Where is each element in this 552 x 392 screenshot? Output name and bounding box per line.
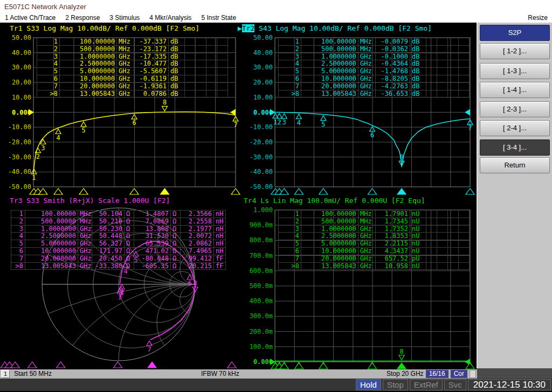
marker-table-cell: 10.000000 (301, 248, 358, 255)
marker-table-cell (448, 248, 459, 255)
softkey-3-4[interactable]: [ 3-4 ]... (480, 139, 550, 156)
marker-table-cell: GHz (117, 75, 134, 83)
ref-level-arrow-right (465, 109, 470, 116)
menu-bar: 1 Active Ch/Trace2 Response3 Stimulus4 M… (0, 13, 552, 23)
marker-table-cell: dB (410, 46, 426, 53)
resize-button[interactable]: Resize (528, 13, 548, 23)
tr3-header[interactable]: Tr3 S33 Smith (R+jX) Scale 1.000U [F2] (10, 196, 170, 205)
marker-table-cell (426, 75, 437, 83)
marker-table-cell: 1.7352 (376, 226, 410, 233)
marker-table-cell: -0.0079 (376, 38, 410, 46)
marker-table-cell: -0.4364 (376, 60, 410, 68)
marker-table-cell (459, 46, 470, 53)
svg-text:400.0m: 400.0m (250, 297, 273, 305)
marker-table-cell: dB (169, 75, 185, 83)
marker-table-cell: Ω (171, 218, 181, 226)
menu-item-4[interactable]: 4 Mkr/Analysis (149, 13, 191, 23)
svg-text:-10.00: -10.00 (8, 123, 31, 131)
marker-table-cell: 50.448 (92, 233, 125, 240)
stimulus-marker (466, 188, 474, 194)
stimulus-marker (319, 363, 328, 369)
marker-table-cell (437, 46, 448, 53)
stimulus-marker (113, 362, 122, 368)
marker-table-cell: -17.335 (134, 53, 169, 61)
marker-table-cell: GHz (358, 255, 376, 263)
marker-table-cell (426, 226, 437, 233)
softkey-1-2[interactable]: [ 1-2 ]... (480, 43, 550, 59)
svg-text:3: 3 (282, 118, 286, 126)
marker-table-cell (448, 75, 459, 83)
stimulus-marker (368, 363, 377, 369)
marker-table-cell (426, 233, 437, 240)
softkey-return[interactable]: Return (480, 157, 550, 173)
marker-table-cell: dB (169, 83, 185, 90)
softkey-1-4[interactable]: [ 1-4 ]... (480, 82, 550, 98)
vna-application: E5071C Network Analyzer 1 Active Ch/Trac… (0, 0, 552, 392)
svg-text:30.00: 30.00 (12, 64, 31, 71)
marker-table-cell: dB (410, 83, 426, 90)
marker-table-cell: dB (410, 53, 426, 61)
menu-item-1[interactable]: 1 Active Ch/Trace (5, 13, 56, 23)
svg-text:8: 8 (163, 99, 167, 106)
softkey-2-4[interactable]: [ 2-4 ]... (480, 120, 550, 136)
marker-table-cell: 2.3566 (181, 211, 214, 218)
marker-table-cell: Ω (171, 248, 181, 255)
marker-table-cell (196, 38, 206, 46)
marker-table-cell: 5 (37, 68, 60, 75)
marker-table-cell (459, 263, 470, 270)
tr4-header[interactable]: Tr4 Ls Lin Mag 100.0mU/ Ref 0.000U [F2 E… (244, 196, 425, 205)
marker-table-cell: Ω (125, 255, 134, 263)
marker-table-cell (206, 60, 217, 68)
marker-table-cell (217, 60, 228, 68)
marker-table-cell (437, 90, 448, 98)
svg-text:700.0m: 700.0m (250, 252, 273, 260)
marker-table-cell: 1.4807 (134, 211, 171, 218)
svg-text:-50.00: -50.00 (250, 183, 273, 191)
svg-text:2: 2 (36, 153, 40, 160)
marker-table-cell: GHz (78, 248, 92, 255)
marker-table-cell (426, 248, 437, 255)
marker-table-cell: 1 (279, 38, 301, 46)
marker-table-cell: GHz (117, 68, 134, 75)
marker-table-cell (448, 60, 459, 68)
marker-table-cell: 5.0000000 (301, 68, 358, 75)
marker-table-cell: >8 (37, 90, 60, 98)
marker-table-cell: Ω (171, 226, 181, 233)
tr2-header[interactable]: ▶Tr2 S43 Log Mag 10.00dB/ Ref 0.000dB [F… (238, 24, 432, 33)
marker-table-cell (196, 46, 206, 53)
menu-item-5[interactable]: 5 Instr State (201, 13, 236, 23)
marker-table-cell: 171.97 (92, 248, 125, 255)
svg-text:-40.00: -40.00 (8, 168, 31, 176)
svg-text:3: 3 (41, 144, 45, 152)
datetime-display: 2021-12-15 10:30 (468, 379, 551, 390)
stimulus-marker (368, 188, 377, 194)
svg-text:0.000: 0.000 (253, 109, 273, 116)
marker-table-cell: 500.00000 (301, 218, 358, 226)
svg-text:0.000: 0.000 (253, 358, 273, 366)
softkey-1-3[interactable]: [ 1-3 ]... (480, 63, 550, 79)
stimulus-marker (11, 362, 19, 368)
marker-table-cell (448, 46, 459, 53)
softkey-2-3[interactable]: [ 2-3 ]... (480, 101, 550, 117)
svg-text:-20.00: -20.00 (8, 138, 31, 146)
marker-table-cell: 1.7345 (376, 218, 410, 226)
menu-item-3[interactable]: 3 Stimulus (109, 13, 140, 23)
menu-item-2[interactable]: 2 Response (65, 13, 100, 23)
marker-table-cell: 1.7901 (376, 211, 410, 218)
marker-table-cell (459, 60, 470, 68)
marker-table-cell: 7 (279, 255, 301, 263)
marker-table-cell (448, 233, 459, 240)
marker-table-cell: 56.327 (92, 240, 125, 248)
marker-table-cell (459, 218, 470, 226)
tr1-header[interactable]: Tr1 S33 Log Mag 10.00dB/ Ref 0.000dB [F2… (10, 24, 199, 33)
marker-table-cell: GHz (358, 233, 376, 240)
softkey-s2p[interactable]: S2P (480, 25, 550, 41)
marker-table-cell (185, 46, 196, 53)
marker-table-cell: GHz (78, 255, 92, 263)
marker-table-cell (437, 60, 448, 68)
softkey-menu: S2P[ 1-2 ]...[ 1-3 ]...[ 1-4 ]...[ 2-3 ]… (477, 23, 552, 368)
svg-text:20.00: 20.00 (12, 79, 31, 86)
marker-table-cell (426, 240, 437, 248)
stimulus-marker (466, 363, 474, 369)
marker-table-cell: 1.0000000 (301, 53, 358, 61)
